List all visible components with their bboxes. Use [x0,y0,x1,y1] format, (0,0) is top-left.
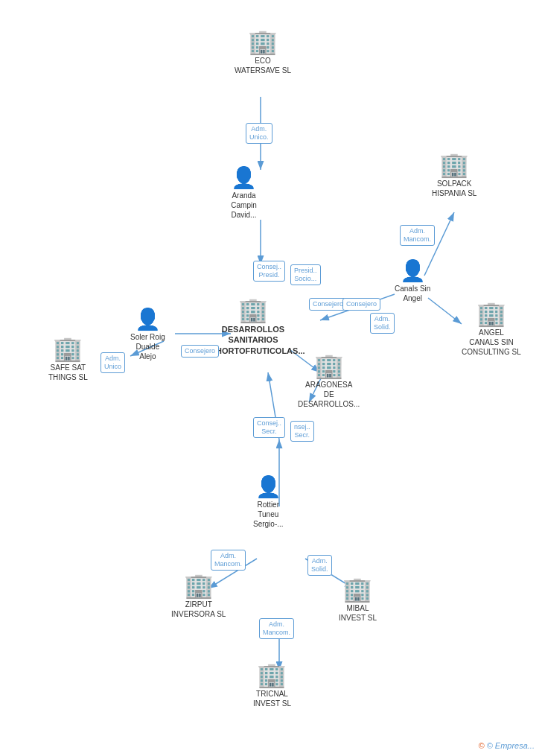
svg-line-6 [428,298,462,324]
angel-canals-icon: 🏢 [476,302,506,325]
adm-unico-badge-2[interactable]: Adm.Unico [101,352,125,373]
eco-watersave-node: 🏢 ECO WATERSAVE SL [235,30,291,75]
adm-mancom-badge-3[interactable]: Adm.Mancom. [259,618,294,639]
desarrollos-sanitarios-label: DESARROLLOS SANITARIOS HORTOFRUTICOLAS..… [216,324,290,356]
zirput-inversora-label: ZIRPUT INVERSORA SL [171,600,226,619]
soler-roig-icon: 👤 [135,309,161,330]
canals-sin-angel-icon: 👤 [400,261,426,282]
mibal-invest-icon: 🏢 [342,577,372,601]
eco-watersave-icon: 🏢 [248,30,278,54]
soler-roig-label: Soler Roig Dualde Alejo [130,332,165,361]
solpack-hispania-icon: 🏢 [439,153,469,177]
zirput-inversora-node: 🏢 ZIRPUT INVERSORA SL [171,574,226,619]
watermark-text: © Empresa... [487,741,535,750]
tricnal-invest-icon: 🏢 [257,663,287,687]
adm-mancom-badge-2[interactable]: Adm.Mancom. [211,550,246,571]
safe-sat-node: 🏢 SAFE SAT THINGS SL [48,337,88,382]
consej-secr-badge-1[interactable]: Consej..Secr. [253,417,285,438]
canals-sin-angel-node: 👤 Canals Sin Angel [395,261,430,303]
presid-socio-badge[interactable]: Presid..Socio... [290,264,321,285]
angel-canals-label: ANGEL CANALS SIN CONSULTING SL [462,328,521,357]
rottier-tuneu-node: 👤 Rottier Tuneu Sergio-... [253,477,284,529]
aranda-campin-node: 👤 Aranda Campin David... [231,168,257,220]
angel-canals-node: 🏢 ANGEL CANALS SIN CONSULTING SL [462,302,521,357]
rottier-tuneu-icon: 👤 [255,477,281,498]
consej-presid-badge[interactable]: Consej..Presid. [253,261,285,282]
solpack-hispania-label: SOLPACK HISPANIA SL [432,179,476,198]
canals-sin-angel-label: Canals Sin Angel [395,284,430,303]
desarrollos-sanitarios-node: 🏢 DESARROLLOS SANITARIOS HORTOFRUTICOLAS… [216,298,290,356]
safe-sat-label: SAFE SAT THINGS SL [48,363,88,382]
aranda-campin-icon: 👤 [231,168,257,188]
safe-sat-icon: 🏢 [53,337,83,360]
mibal-invest-node: 🏢 MIBAL INVEST SL [339,577,377,623]
aragonesa-icon: 🏢 [314,354,344,378]
copyright-symbol: © [478,741,484,750]
eco-watersave-label: ECO WATERSAVE SL [235,56,291,75]
soler-roig-node: 👤 Soler Roig Dualde Alejo [130,309,165,361]
adm-solid-badge-2[interactable]: Adm.Solid. [307,555,332,576]
consej-secr-badge-2[interactable]: nsej..Secr. [290,421,314,442]
consejero-soler-badge[interactable]: Consejero [181,345,219,358]
desarrollos-sanitarios-icon: 🏢 [238,298,268,322]
mibal-invest-label: MIBAL INVEST SL [339,603,377,623]
aragonesa-node: 🏢 ARAGONESA DE DESARROLLOS... [298,354,360,409]
adm-solid-badge-1[interactable]: Adm.Solid. [370,313,395,334]
tricnal-invest-node: 🏢 TRICNAL INVEST SL [253,663,291,708]
consejero-badge-2[interactable]: Consejero [342,298,380,311]
adm-mancom-badge-1[interactable]: Adm.Mancom. [400,225,435,246]
zirput-inversora-icon: 🏢 [184,574,214,597]
watermark: © © Empresa... [478,741,535,750]
consejero-badge-1[interactable]: Consejero [309,298,347,311]
aragonesa-label: ARAGONESA DE DESARROLLOS... [298,380,360,409]
adm-unico-badge-1[interactable]: Adm.Unico. [246,123,272,144]
aranda-campin-label: Aranda Campin David... [231,191,256,220]
rottier-tuneu-label: Rottier Tuneu Sergio-... [253,500,284,529]
tricnal-invest-label: TRICNAL INVEST SL [253,689,291,708]
solpack-hispania-node: 🏢 SOLPACK HISPANIA SL [432,153,476,198]
